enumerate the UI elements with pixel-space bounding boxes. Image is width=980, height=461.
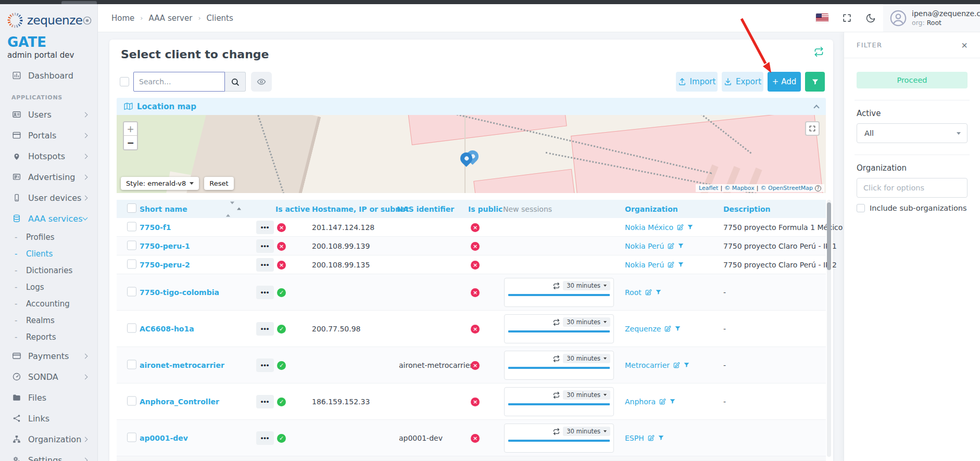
table-scrollbar-track[interactable] (827, 200, 831, 457)
map-style-dropdown[interactable]: Style: emerald-v8 (121, 177, 199, 190)
edit-organization-icon[interactable] (667, 261, 674, 268)
sidebar-item-organization[interactable]: Organization (0, 429, 97, 450)
sidebar-item-links[interactable]: Links (0, 408, 97, 429)
collapse-map-icon[interactable] (813, 105, 819, 110)
language-flag-icon[interactable] (816, 14, 828, 22)
client-name-link[interactable]: aironet-metrocarrier (140, 361, 224, 369)
add-button[interactable]: + Add (768, 72, 801, 92)
filter-by-organization-icon[interactable] (674, 325, 681, 332)
row-actions-button[interactable]: ••• (256, 239, 274, 253)
column-header-organization[interactable]: Organization (625, 205, 678, 213)
proceed-button[interactable]: Proceed (857, 72, 968, 88)
column-header-nas-identifier[interactable]: NAS identifier (397, 205, 454, 213)
ellipsis-icon[interactable]: ••• (256, 395, 274, 408)
session-refresh-icon[interactable] (553, 319, 560, 326)
breadcrumb-aaa-server[interactable]: AAA server (149, 14, 193, 23)
search-button[interactable] (225, 72, 246, 92)
select-all-checkbox[interactable] (127, 203, 136, 213)
sidebar-subitem-dictionaries[interactable]: -Dictionaries (0, 262, 97, 279)
ellipsis-icon[interactable]: ••• (256, 221, 274, 234)
sidebar-item-payments[interactable]: Payments (0, 345, 97, 366)
ellipsis-icon[interactable]: ••• (256, 286, 274, 299)
filter-toggle-button[interactable] (805, 72, 825, 92)
sidebar-subitem-profiles[interactable]: -Profiles (0, 229, 97, 246)
ellipsis-icon[interactable]: ••• (256, 322, 274, 336)
session-interval-dropdown[interactable]: 30 minutes (563, 390, 610, 400)
user-menu[interactable]: ipena@zequenze.com org: Root (883, 4, 980, 32)
sidebar-subitem-realms[interactable]: -Realms (0, 312, 97, 329)
table-scrollbar-thumb[interactable] (827, 202, 831, 270)
sidebar-item-users[interactable]: Users (0, 104, 97, 125)
sidebar-item-aaa-services[interactable]: AAA services (0, 208, 97, 229)
location-map[interactable]: + − Style: emerald-v8 Reset Leaflet| © M… (117, 115, 826, 193)
row-actions-button[interactable]: ••• (256, 358, 274, 372)
filter-by-organization-icon[interactable] (669, 398, 676, 405)
column-header-short-name[interactable]: Short name (140, 205, 187, 213)
sidebar-subitem-accounting[interactable]: -Accounting (0, 296, 97, 312)
sidebar-item-files[interactable]: Files (0, 387, 97, 408)
session-interval-dropdown[interactable]: 30 minutes (563, 427, 610, 436)
row-actions-button[interactable]: ••• (256, 221, 274, 234)
edit-organization-icon[interactable] (659, 398, 666, 405)
sidebar-item-settings[interactable]: Settings (0, 450, 97, 461)
ellipsis-icon[interactable]: ••• (256, 358, 274, 372)
leaflet-link[interactable]: Leaflet (699, 185, 718, 191)
sidebar-subitem-logs[interactable]: -Logs (0, 279, 97, 296)
filter-by-organization-icon[interactable] (677, 261, 684, 268)
sidebar-item-sonda[interactable]: SONDA (0, 366, 97, 387)
edit-organization-icon[interactable] (645, 289, 652, 296)
row-checkbox[interactable] (127, 396, 136, 407)
fullscreen-icon[interactable] (842, 13, 852, 23)
client-name-link[interactable]: Anphora_Controller (140, 398, 219, 406)
edit-organization-icon[interactable] (647, 434, 655, 442)
openstreetmap-link[interactable]: © OpenStreetMap (760, 185, 813, 191)
map-reset-button[interactable]: Reset (204, 177, 233, 190)
sidebar-subitem-reports[interactable]: -Reports (0, 329, 97, 345)
column-header-hostname-ip-or-subnet[interactable]: Hostname, IP or subnet (312, 205, 409, 213)
column-header-description[interactable]: Description (723, 205, 771, 213)
ellipsis-icon[interactable]: ••• (256, 431, 274, 445)
row-actions-button[interactable]: ••• (256, 322, 274, 336)
edit-organization-icon[interactable] (676, 224, 684, 231)
sidebar-item-user-devices[interactable]: User devices (0, 187, 97, 208)
row-actions-button[interactable]: ••• (256, 286, 274, 299)
sidebar-subitem-clients[interactable]: -Clients (0, 246, 97, 262)
client-name-link[interactable]: 7750-peru-1 (140, 242, 190, 250)
dark-mode-moon-icon[interactable] (865, 13, 876, 23)
filter-by-organization-icon[interactable] (658, 434, 664, 441)
session-refresh-icon[interactable] (553, 392, 560, 399)
select-all-checkbox-toolbar[interactable] (120, 77, 129, 86)
search-input[interactable] (133, 72, 225, 92)
sort-icons[interactable] (226, 204, 241, 214)
session-refresh-icon[interactable] (553, 355, 560, 362)
organization-link[interactable]: Anphora (625, 398, 656, 406)
zoom-in-button[interactable]: + (124, 122, 137, 136)
organization-link[interactable]: Metrocarrier (625, 361, 670, 369)
column-header-is-active[interactable]: Is active (275, 205, 310, 213)
client-name-link[interactable]: AC6608-ho1a (140, 325, 194, 333)
row-checkbox[interactable] (127, 432, 136, 443)
visibility-toggle-button[interactable] (251, 72, 272, 92)
ellipsis-icon[interactable]: ••• (256, 239, 274, 253)
refresh-list-icon[interactable] (813, 47, 824, 57)
client-name-link[interactable]: ap0001-dev (140, 434, 188, 442)
zoom-out-button[interactable]: − (124, 136, 137, 149)
organization-link[interactable]: Root (625, 288, 642, 297)
row-actions-button[interactable]: ••• (256, 395, 274, 408)
session-interval-dropdown[interactable]: 30 minutes (563, 354, 610, 363)
row-checkbox[interactable] (127, 287, 136, 298)
column-header-is-public[interactable]: Is public (468, 205, 502, 213)
organization-link[interactable]: Zequenze (625, 325, 661, 333)
filter-by-organization-icon[interactable] (687, 224, 694, 230)
row-checkbox[interactable] (127, 240, 136, 251)
include-sub-organizations-checkbox[interactable] (857, 204, 865, 212)
client-name-link[interactable]: 7750-tigo-colombia (140, 288, 219, 297)
session-interval-dropdown[interactable]: 30 minutes (563, 317, 610, 327)
row-checkbox[interactable] (127, 360, 136, 370)
import-button[interactable]: Import (676, 72, 718, 92)
improve-map-icon[interactable]: ? (815, 185, 821, 191)
edit-organization-icon[interactable] (667, 242, 674, 250)
sidebar-item-dashboard[interactable]: Dashboard (0, 65, 97, 86)
filter-by-organization-icon[interactable] (655, 289, 662, 296)
organization-link[interactable]: Nokia México (625, 223, 673, 232)
